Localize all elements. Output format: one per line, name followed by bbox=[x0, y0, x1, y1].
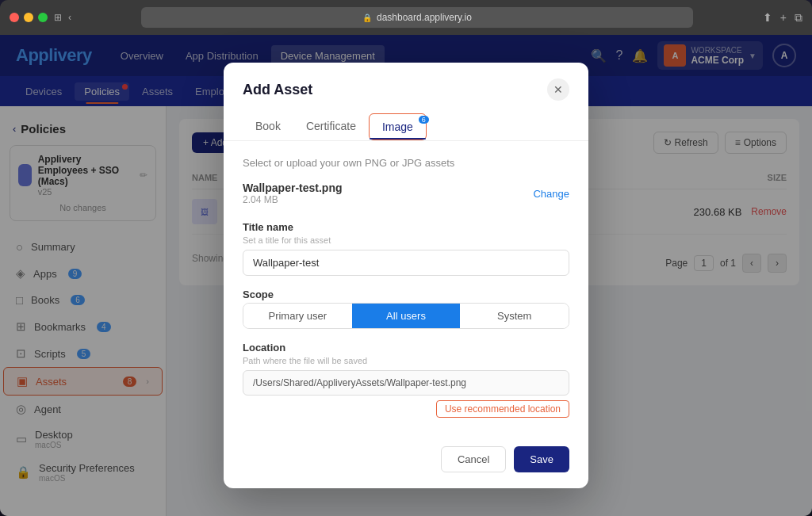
modal-tabs: Book Certificate Image 6 bbox=[224, 101, 588, 141]
recommended-container: Use recommended location bbox=[243, 400, 569, 418]
minimize-button[interactable] bbox=[24, 13, 33, 22]
scope-options: Primary user All users System bbox=[243, 303, 569, 329]
close-button[interactable] bbox=[10, 13, 19, 22]
modal-footer: Cancel Save bbox=[224, 446, 588, 488]
save-button[interactable]: Save bbox=[514, 446, 569, 472]
scope-all-users[interactable]: All users bbox=[352, 304, 461, 328]
tabs-icon[interactable]: ⧉ bbox=[795, 11, 802, 25]
title-hint: Set a title for this asset bbox=[243, 235, 569, 245]
browser-titlebar: ⊞ ‹ 🔒 dashboard.applivery.io ⬆ + ⧉ bbox=[0, 0, 812, 35]
tab-book[interactable]: Book bbox=[243, 113, 293, 140]
browser-back-btn[interactable]: ‹ bbox=[68, 12, 71, 23]
file-preview: Wallpaper-test.png 2.04 MB Change bbox=[243, 182, 569, 205]
modal-header: Add Asset ✕ bbox=[224, 63, 588, 101]
scope-primary-user[interactable]: Primary user bbox=[243, 304, 352, 328]
modal-overlay: Add Asset ✕ Book Certificate Image 6 Sel… bbox=[0, 35, 812, 516]
share-icon[interactable]: ⬆ bbox=[763, 11, 772, 25]
modal-close-button[interactable]: ✕ bbox=[547, 78, 569, 101]
file-size: 2.04 MB bbox=[243, 194, 343, 205]
lock-icon: 🔒 bbox=[362, 13, 372, 22]
title-input[interactable] bbox=[243, 250, 569, 276]
title-field-group: Title name Set a title for this asset bbox=[243, 221, 569, 276]
file-info: Wallpaper-test.png 2.04 MB bbox=[243, 182, 343, 205]
title-label: Title name bbox=[243, 221, 569, 233]
browser-actions: ⬆ + ⧉ bbox=[763, 11, 802, 25]
file-name: Wallpaper-test.png bbox=[243, 182, 343, 194]
image-tab-badge: 6 bbox=[419, 116, 429, 124]
traffic-lights bbox=[10, 13, 48, 22]
scope-group: Scope Primary user All users System bbox=[243, 289, 569, 329]
location-input[interactable] bbox=[243, 370, 569, 396]
tab-image[interactable]: Image 6 bbox=[369, 113, 427, 140]
maximize-button[interactable] bbox=[38, 13, 48, 22]
recommended-location-button[interactable]: Use recommended location bbox=[436, 400, 569, 418]
add-asset-modal: Add Asset ✕ Book Certificate Image 6 Sel… bbox=[224, 63, 588, 488]
new-tab-icon[interactable]: + bbox=[780, 11, 787, 25]
tab-certificate[interactable]: Certificate bbox=[293, 113, 369, 140]
scope-system[interactable]: System bbox=[460, 304, 569, 328]
change-file-button[interactable]: Change bbox=[533, 188, 569, 200]
cancel-button[interactable]: Cancel bbox=[441, 446, 506, 472]
modal-title: Add Asset bbox=[243, 82, 312, 98]
scope-label: Scope bbox=[243, 289, 569, 300]
modal-body: Select or upload your own PNG or JPG ass… bbox=[224, 141, 588, 446]
location-label: Location bbox=[243, 342, 569, 354]
location-field-group: Location Path where the file will be sav… bbox=[243, 342, 569, 418]
modal-subtitle: Select or upload your own PNG or JPG ass… bbox=[243, 157, 569, 169]
location-hint: Path where the file will be saved bbox=[243, 356, 569, 365]
address-bar[interactable]: 🔒 dashboard.applivery.io bbox=[141, 7, 693, 28]
browser-sidebar-btn[interactable]: ⊞ bbox=[54, 12, 62, 23]
url-text: dashboard.applivery.io bbox=[377, 12, 472, 23]
